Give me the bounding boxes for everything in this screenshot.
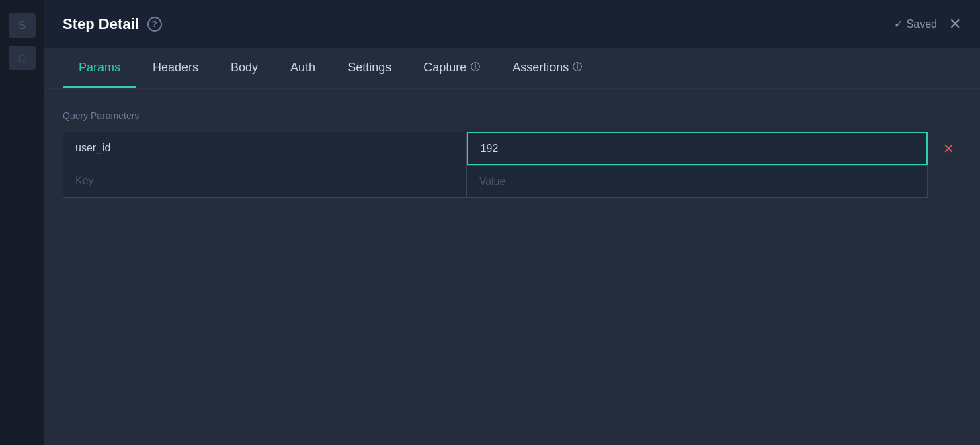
close-button[interactable]: ✕	[949, 17, 961, 32]
sidebar-item-1[interactable]: S	[9, 13, 36, 38]
tab-body[interactable]: Body	[214, 48, 274, 88]
left-sidebar: S ( )	[0, 0, 44, 445]
param-row-empty	[63, 165, 961, 198]
sidebar-item-2[interactable]: ( )	[9, 46, 36, 70]
assertions-info-icon: ⓘ	[573, 61, 582, 73]
checkmark-icon: ✓	[894, 17, 903, 30]
saved-indicator: ✓ Saved	[894, 17, 937, 30]
panel-content: Query Parameters ✕	[44, 89, 980, 445]
panel-header: Step Detail ? ✓ Saved ✕	[44, 0, 980, 48]
tab-params-label: Params	[79, 60, 120, 75]
param-value-cell-0	[467, 132, 928, 165]
tab-auth[interactable]: Auth	[274, 48, 331, 88]
header-right: ✓ Saved ✕	[894, 17, 961, 32]
tab-body-label: Body	[231, 60, 258, 75]
param-key-cell-0	[63, 132, 467, 165]
section-label: Query Parameters	[63, 110, 961, 121]
panel-title: Step Detail	[63, 15, 139, 33]
tab-headers-label: Headers	[153, 60, 198, 75]
help-icon[interactable]: ?	[147, 17, 162, 32]
tab-settings-label: Settings	[348, 60, 391, 75]
param-key-cell-1	[63, 165, 467, 198]
param-value-input-1[interactable]	[479, 175, 915, 188]
param-row-filled: ✕	[63, 132, 961, 165]
tab-capture[interactable]: Capture ⓘ	[407, 48, 496, 88]
tabs-bar: Params Headers Body Auth Settings Captur…	[44, 48, 980, 89]
capture-info-icon: ⓘ	[471, 61, 480, 73]
param-delete-cell-1	[928, 165, 961, 198]
tab-params[interactable]: Params	[63, 48, 136, 88]
tab-settings[interactable]: Settings	[331, 48, 407, 88]
header-left: Step Detail ?	[63, 15, 162, 33]
main-panel: Step Detail ? ✓ Saved ✕ Params Headers B…	[44, 0, 980, 445]
tab-assertions[interactable]: Assertions ⓘ	[496, 48, 598, 88]
param-delete-button-0[interactable]: ✕	[943, 142, 954, 155]
app-background: S ( ) Step Detail ? ✓ Saved ✕ Params	[0, 0, 980, 445]
tab-capture-label: Capture	[423, 60, 466, 75]
param-key-input-1[interactable]	[75, 175, 454, 187]
param-delete-cell-0: ✕	[928, 132, 961, 165]
param-value-input-0[interactable]	[481, 143, 914, 155]
tab-auth-label: Auth	[290, 60, 315, 75]
tab-assertions-label: Assertions	[512, 60, 569, 75]
tab-headers[interactable]: Headers	[136, 48, 214, 88]
param-key-input-0[interactable]	[75, 142, 454, 154]
param-value-cell-1	[467, 165, 928, 198]
saved-label: Saved	[907, 18, 937, 30]
